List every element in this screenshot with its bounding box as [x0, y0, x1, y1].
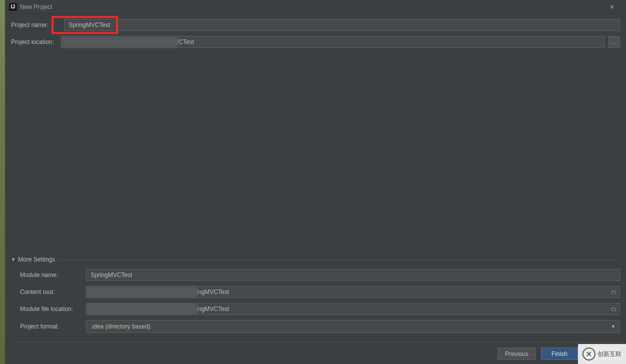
project-location-input[interactable]: [61, 36, 605, 48]
titlebar: IJ New Project ✕: [5, 0, 626, 14]
dialog-content: Project name: Project location: ... ▼ Mo…: [5, 14, 626, 364]
content-root-input[interactable]: [86, 286, 620, 298]
spacer: [11, 53, 620, 254]
module-name-label: Module name:: [20, 272, 86, 278]
project-format-label: Project format:: [20, 323, 86, 330]
module-name-row: Module name:: [11, 269, 620, 281]
divider: [59, 260, 620, 260]
project-location-row: Project location: ...: [11, 36, 620, 48]
window-title: New Project: [20, 4, 602, 10]
finish-button[interactable]: Finish: [541, 348, 578, 360]
button-bar: Previous Finish Cancel: [11, 342, 620, 360]
more-settings-label: More Settings: [18, 256, 55, 263]
project-name-row: Project name:: [11, 19, 620, 31]
desktop-edge: [0, 0, 5, 364]
module-file-location-input[interactable]: [86, 303, 620, 315]
module-file-location-row: Module file location: 🗀: [11, 303, 620, 315]
browse-location-button[interactable]: ...: [608, 36, 620, 48]
watermark-logo-icon: ✕: [582, 348, 595, 360]
project-format-value: .idea (directory based): [91, 323, 150, 330]
watermark: ✕ 创新互联: [578, 344, 626, 364]
intellij-icon: IJ: [9, 3, 17, 11]
more-settings-toggle[interactable]: ▼ More Settings: [11, 254, 620, 265]
watermark-text: 创新互联: [597, 351, 621, 357]
project-format-row: Project format: .idea (directory based) …: [11, 320, 620, 333]
chevron-down-icon: ▼: [11, 257, 16, 262]
module-file-location-label: Module file location:: [20, 306, 86, 312]
chevron-down-icon: ▼: [611, 324, 615, 329]
project-format-select[interactable]: .idea (directory based) ▼: [86, 320, 620, 333]
project-name-input[interactable]: [64, 19, 620, 31]
close-icon: ✕: [609, 4, 614, 10]
project-name-label: Project name:: [11, 22, 61, 28]
close-button[interactable]: ✕: [602, 0, 622, 14]
previous-button[interactable]: Previous: [497, 348, 536, 360]
content-root-label: Content root:: [20, 288, 86, 296]
content-root-row: Content root: 🗀: [11, 286, 620, 298]
module-name-input[interactable]: [86, 269, 620, 281]
project-location-label: Project location:: [11, 38, 61, 46]
new-project-dialog: IJ New Project ✕ Project name: Project l…: [5, 0, 626, 364]
